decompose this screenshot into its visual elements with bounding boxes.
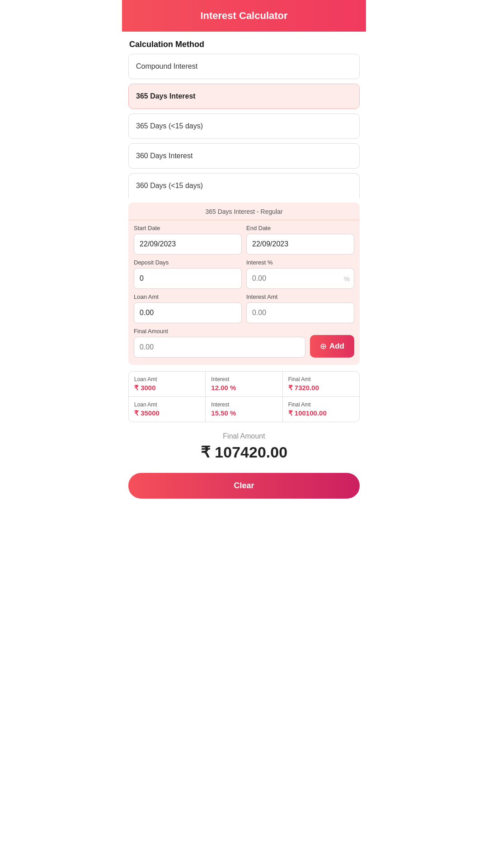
method-item-compound[interactable]: Compound Interest xyxy=(128,54,360,79)
interest-pct-label: Interest % xyxy=(246,259,354,266)
method-item-365days[interactable]: 365 Days Interest xyxy=(128,84,360,109)
result-cell-final-2: Final Amt ₹ 100100.00 xyxy=(283,397,359,422)
loan-amt-field: Loan Amt xyxy=(134,293,242,323)
cell-value-final-1: ₹ 7320.00 xyxy=(288,384,354,392)
result-cell-interest-1: Interest 12.00 % xyxy=(206,372,282,396)
deposit-days-field: Deposit Days xyxy=(134,259,242,289)
method-item-360days-lt15[interactable]: 360 Days (<15 days) xyxy=(128,173,360,198)
final-amount-label: Final Amount xyxy=(134,328,305,335)
end-date-label: End Date xyxy=(246,225,354,231)
cell-value-final-2: ₹ 100100.00 xyxy=(288,409,354,417)
calculator-subtitle: 365 Days Interest - Regular xyxy=(128,203,360,220)
clear-button[interactable]: Clear xyxy=(128,473,360,499)
result-cell-final-1: Final Amt ₹ 7320.00 xyxy=(283,372,359,396)
section-label: Calculation Method xyxy=(122,32,366,54)
cell-label-final-2: Final Amt xyxy=(288,401,354,408)
final-amount-section: Final Amount ₹ 107420.00 xyxy=(122,422,366,468)
summary-label: Final Amount xyxy=(129,432,359,440)
interest-pct-field: Interest % % xyxy=(246,259,354,289)
cell-value-interest-1: 12.00 % xyxy=(211,384,277,392)
start-date-field: Start Date xyxy=(134,225,242,255)
final-add-row: Final Amount ⊕ Add xyxy=(128,323,360,358)
start-date-label: Start Date xyxy=(134,225,242,231)
interest-pct-input[interactable] xyxy=(246,268,354,289)
deposit-days-input[interactable] xyxy=(134,268,242,289)
cell-label-interest-2: Interest xyxy=(211,401,277,408)
table-row: Loan Amt ₹ 3000 Interest 12.00 % Final A… xyxy=(129,372,359,397)
deposit-days-label: Deposit Days xyxy=(134,259,242,266)
interest-amt-input[interactable] xyxy=(246,302,354,323)
interest-amt-label: Interest Amt xyxy=(246,293,354,300)
interest-pct-wrap: % xyxy=(246,268,354,289)
loan-amt-input[interactable] xyxy=(134,302,242,323)
result-cell-loan-2: Loan Amt ₹ 35000 xyxy=(129,397,206,422)
percent-suffix: % xyxy=(344,275,350,283)
cell-value-loan-1: ₹ 3000 xyxy=(134,384,200,392)
result-cell-loan-1: Loan Amt ₹ 3000 xyxy=(129,372,206,396)
end-date-input[interactable] xyxy=(246,234,354,255)
app-title: Interest Calculator xyxy=(200,10,287,21)
add-button[interactable]: ⊕ Add xyxy=(310,335,354,358)
result-cell-interest-2: Interest 15.50 % xyxy=(206,397,282,422)
final-amount-input[interactable] xyxy=(134,337,305,358)
date-row: Start Date End Date xyxy=(128,220,360,255)
add-button-label: Add xyxy=(329,342,344,351)
cell-label-interest-1: Interest xyxy=(211,376,277,382)
cell-value-interest-2: 15.50 % xyxy=(211,409,277,417)
add-icon: ⊕ xyxy=(320,341,327,351)
cell-label-loan-1: Loan Amt xyxy=(134,376,200,382)
method-list: Compound Interest 365 Days Interest 365 … xyxy=(122,54,366,198)
method-item-360days[interactable]: 360 Days Interest xyxy=(128,143,360,169)
table-row: Loan Amt ₹ 35000 Interest 15.50 % Final … xyxy=(129,397,359,422)
results-table: Loan Amt ₹ 3000 Interest 12.00 % Final A… xyxy=(128,371,360,422)
final-amount-field: Final Amount xyxy=(134,328,305,358)
summary-value: ₹ 107420.00 xyxy=(129,443,359,461)
method-item-365days-lt15[interactable]: 365 Days (<15 days) xyxy=(128,113,360,139)
interest-amt-field: Interest Amt xyxy=(246,293,354,323)
deposit-interest-row: Deposit Days Interest % % xyxy=(128,255,360,289)
loan-amt-label: Loan Amt xyxy=(134,293,242,300)
end-date-field: End Date xyxy=(246,225,354,255)
cell-label-loan-2: Loan Amt xyxy=(134,401,200,408)
app-header: Interest Calculator xyxy=(122,0,366,32)
loan-interest-amt-row: Loan Amt Interest Amt xyxy=(128,289,360,323)
start-date-input[interactable] xyxy=(134,234,242,255)
cell-label-final-1: Final Amt xyxy=(288,376,354,382)
cell-value-loan-2: ₹ 35000 xyxy=(134,409,200,417)
calculator-panel: 365 Days Interest - Regular Start Date E… xyxy=(128,203,360,365)
